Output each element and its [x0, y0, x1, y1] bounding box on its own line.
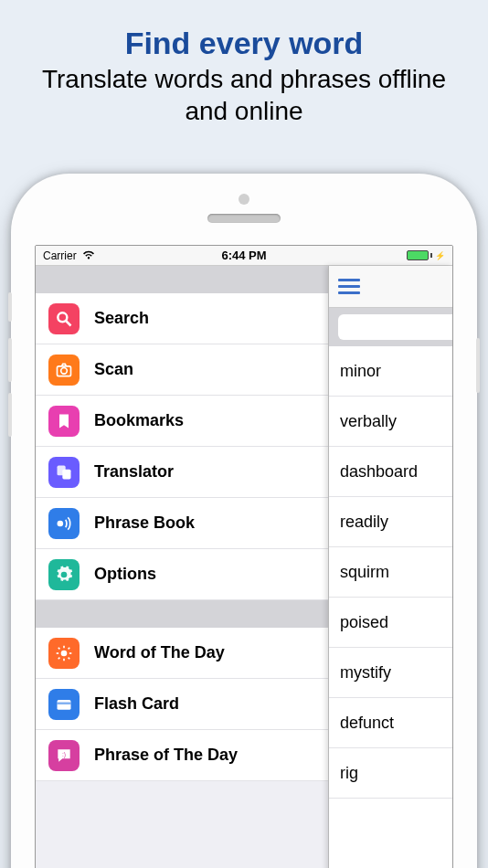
svg-point-0	[58, 312, 67, 322]
svg-line-15	[69, 647, 70, 649]
menu-icon[interactable]	[338, 279, 360, 294]
card-icon	[48, 689, 80, 720]
speak-icon	[48, 508, 80, 539]
menu-item-label: Flash Card	[94, 694, 179, 714]
camera-icon	[48, 355, 80, 386]
svg-rect-17	[58, 702, 71, 704]
svg-rect-16	[58, 700, 71, 710]
wifi-icon	[82, 249, 95, 262]
svg-point-7	[61, 650, 68, 656]
battery-icon: ⚡	[407, 250, 445, 260]
search-icon	[48, 303, 80, 334]
svg-point-6	[58, 520, 64, 526]
menu-item-label: Bookmarks	[94, 411, 184, 430]
word-item[interactable]: readily	[329, 497, 452, 547]
menu-item-label: Options	[94, 565, 156, 584]
word-panel: minorverballydashboardreadilysquirmpoise…	[328, 266, 452, 868]
clock: 6:44 PM	[221, 249, 266, 262]
promo-subtitle: Translate words and phrases offline and …	[18, 63, 470, 127]
menu-item-label: Phrase of The Day	[94, 746, 238, 765]
svg-line-1	[67, 321, 71, 325]
word-item[interactable]: verbally	[329, 397, 452, 447]
screen: Carrier 6:44 PM ⚡ SearchScanBookmarksTra…	[35, 245, 453, 868]
word-item[interactable]: minor	[329, 346, 452, 397]
svg-point-3	[61, 367, 68, 374]
search-input[interactable]	[338, 314, 453, 340]
gear-icon	[48, 559, 80, 590]
word-item[interactable]: defunct	[329, 698, 452, 748]
phone-frame: Carrier 6:44 PM ⚡ SearchScanBookmarksTra…	[11, 174, 477, 868]
menu-item-label: Search	[94, 309, 149, 328]
sun-icon	[48, 638, 80, 669]
menu-item-label: Scan	[94, 360, 133, 379]
word-item[interactable]: rig	[329, 748, 452, 799]
status-bar: Carrier 6:44 PM ⚡	[36, 246, 452, 266]
panel-header	[329, 266, 452, 308]
svg-line-12	[58, 647, 60, 649]
word-item[interactable]: squirm	[329, 547, 452, 598]
promo-title: Find every word	[18, 26, 470, 61]
svg-rect-5	[62, 469, 70, 479]
svg-line-13	[69, 657, 70, 659]
carrier-label: Carrier	[43, 249, 77, 262]
menu-item-label: Word of The Day	[94, 643, 225, 662]
bubble-icon: :)	[48, 740, 80, 771]
menu-item-label: Translator	[94, 462, 174, 482]
word-item[interactable]: dashboard	[329, 447, 452, 497]
translator-icon	[48, 457, 80, 488]
menu-item-label: Phrase Book	[94, 513, 195, 533]
svg-line-14	[58, 657, 60, 659]
bookmark-icon	[48, 406, 80, 437]
word-item[interactable]: poised	[329, 598, 452, 648]
word-item[interactable]: mystify	[329, 648, 452, 698]
svg-text::): :)	[62, 750, 66, 757]
